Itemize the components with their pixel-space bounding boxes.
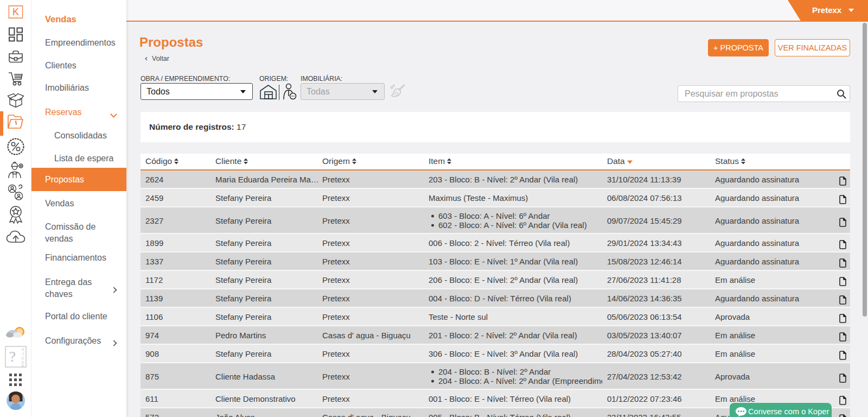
svg-text:?: ? bbox=[9, 349, 16, 365]
svg-text:A: A bbox=[21, 364, 24, 368]
svg-text:U: U bbox=[21, 356, 24, 360]
svg-text:J: J bbox=[22, 352, 24, 356]
svg-text:K: K bbox=[12, 7, 18, 17]
svg-text:A: A bbox=[21, 348, 24, 351]
